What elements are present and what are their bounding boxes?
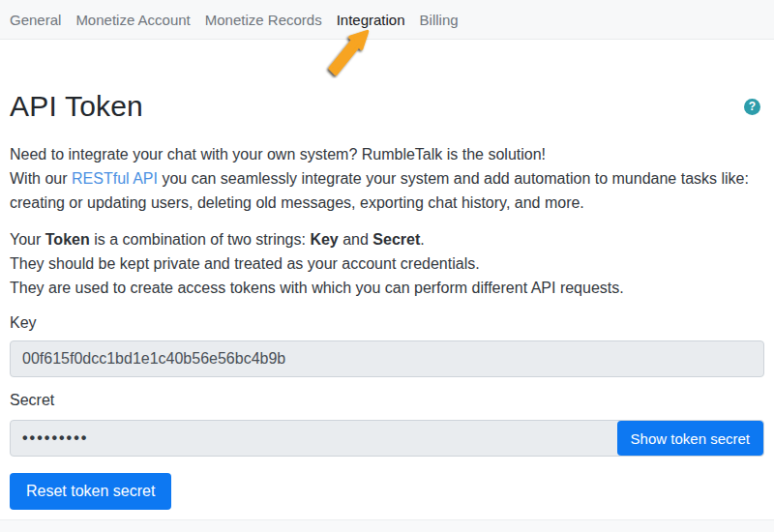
key-input[interactable]: 00f615f0dcc1bd1e1c40b56e56bc4b9b [10, 340, 764, 377]
tab-monetize-records[interactable]: Monetize Records [205, 12, 322, 28]
token-info-line1: Your Token is a combination of two strin… [10, 227, 764, 251]
settings-tab-bar: General Monetize Account Monetize Record… [0, 0, 774, 40]
token-info-text: Your [10, 231, 45, 248]
footer-bar [0, 519, 774, 532]
token-info-line3: They are used to create access tokens wi… [10, 276, 764, 300]
token-bold: Token [45, 231, 90, 248]
integration-panel: API Token ? Need to integrate your chat … [0, 89, 774, 510]
title-row: API Token ? [10, 89, 764, 124]
tab-general[interactable]: General [10, 12, 61, 28]
tab-integration[interactable]: Integration [337, 12, 405, 28]
show-token-secret-button[interactable]: Show token secret [617, 421, 763, 456]
tab-billing[interactable]: Billing [420, 12, 459, 28]
intro-paragraph: Need to integrate your chat with your ow… [10, 142, 764, 215]
key-label: Key [10, 312, 764, 334]
page-title: API Token [10, 90, 143, 123]
secret-input-group: ••••••••• Show token secret [10, 420, 764, 457]
tab-monetize-account[interactable]: Monetize Account [75, 12, 190, 28]
token-info-text: . [420, 231, 424, 248]
help-question-icon[interactable]: ? [744, 99, 760, 115]
restful-api-link[interactable]: RESTful API [72, 170, 158, 187]
token-info-text: and [339, 231, 373, 248]
key-bold: Key [310, 231, 338, 248]
token-info-text: is a combination of two strings: [90, 231, 311, 248]
token-info-paragraph: Your Token is a combination of two strin… [10, 227, 764, 300]
intro-line2-prefix: With our [10, 170, 72, 187]
reset-token-secret-button[interactable]: Reset token secret [10, 473, 171, 510]
intro-line1: Need to integrate your chat with your ow… [10, 146, 546, 163]
secret-bold: Secret [372, 231, 420, 248]
token-info-line2: They should be kept private and treated … [10, 251, 764, 276]
secret-label: Secret [10, 390, 764, 411]
